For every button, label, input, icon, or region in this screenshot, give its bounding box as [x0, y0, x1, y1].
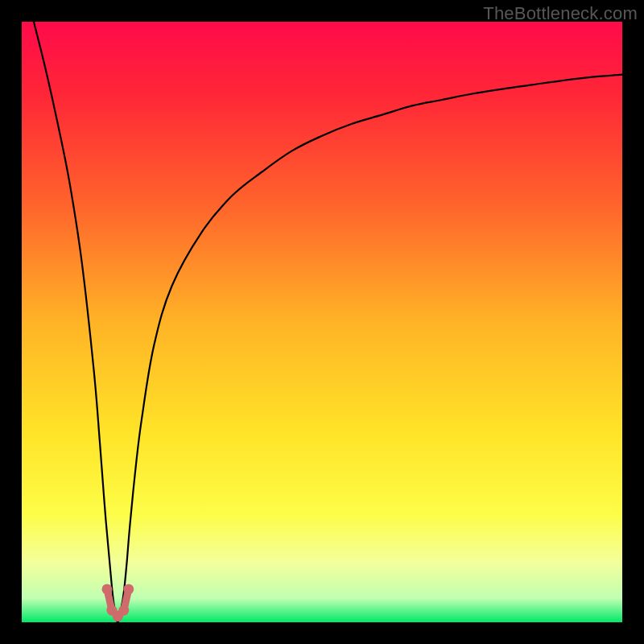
- marker-dot: [101, 584, 112, 594]
- gradient-background: [22, 22, 622, 622]
- marker-dot: [118, 605, 129, 616]
- bottleneck-chart: [22, 22, 622, 622]
- marker-dot: [123, 584, 134, 594]
- attribution-text: TheBottleneck.com: [483, 3, 638, 24]
- chart-plot-area: [22, 22, 622, 622]
